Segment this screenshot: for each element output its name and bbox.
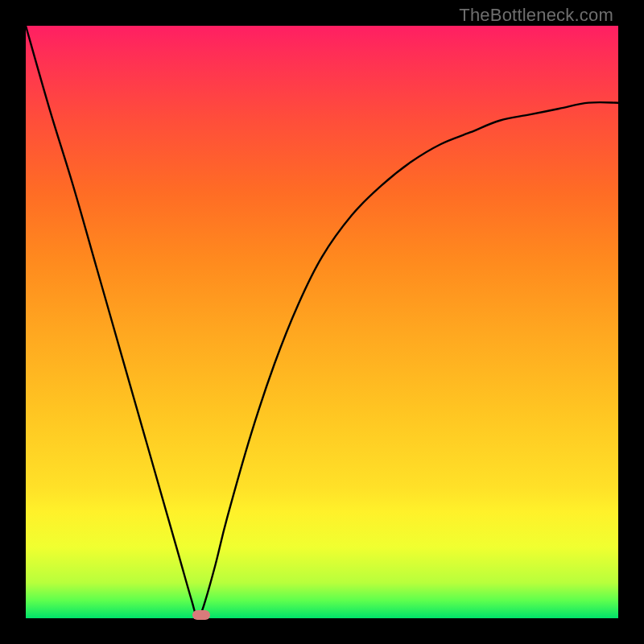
curve-path <box>26 26 618 618</box>
chart-frame: TheBottleneck.com <box>0 0 644 644</box>
watermark-text: TheBottleneck.com <box>459 5 613 26</box>
curve-svg <box>26 26 618 618</box>
min-marker <box>192 610 210 620</box>
